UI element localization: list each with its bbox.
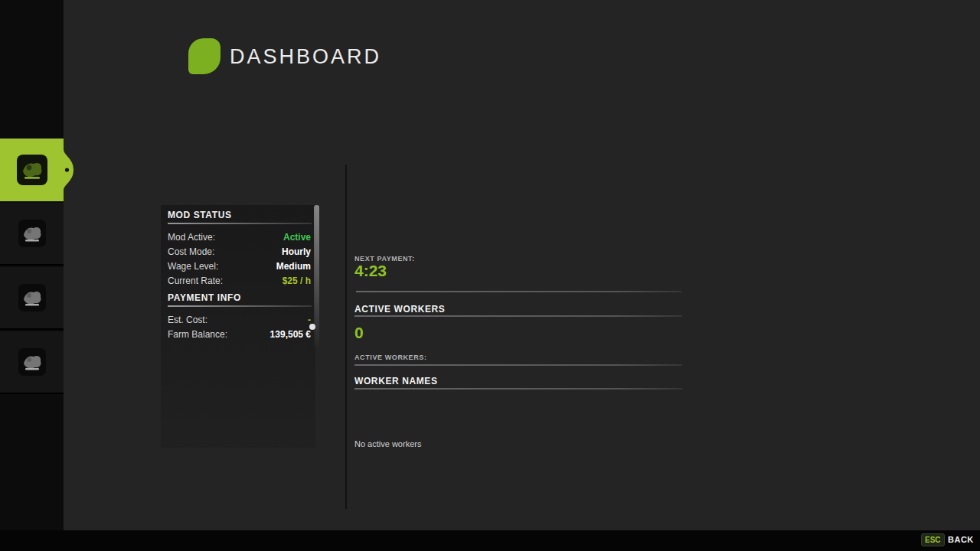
- row-label: Cost Mode:: [168, 246, 214, 257]
- no-workers-message: No active workers: [354, 439, 421, 448]
- mod-thumbnail-icon: [18, 348, 46, 376]
- active-workers-count: 0: [354, 324, 364, 342]
- row-cost-mode: Cost Mode: Hourly: [168, 244, 311, 259]
- row-label: Est. Cost:: [168, 315, 207, 325]
- divider-line: [354, 364, 682, 366]
- next-payment-timer: 4:23: [354, 262, 387, 280]
- row-value: Medium: [276, 261, 311, 272]
- divider-line: [354, 315, 682, 317]
- mod-logo: [188, 38, 220, 74]
- mod-thumbnail-icon: [18, 220, 46, 247]
- row-est-cost: Est. Cost: -: [168, 312, 311, 327]
- row-label: Wage Level:: [168, 261, 218, 272]
- row-value: Active: [283, 232, 311, 243]
- row-wage-level: Wage Level: Medium: [168, 259, 311, 273]
- mod-thumbnail-icon-active: [17, 155, 47, 185]
- sidebar: [0, 0, 64, 530]
- row-label: Current Rate:: [168, 276, 223, 286]
- mod-status-title: MOD STATUS: [168, 210, 312, 220]
- row-label: Farm Balance:: [168, 329, 227, 340]
- back-button-label[interactable]: BACK: [948, 535, 974, 544]
- row-farm-balance: Farm Balance: 139,505 €: [168, 327, 311, 341]
- row-current-rate: Current Rate: $25 / h: [168, 273, 311, 288]
- sidebar-item-2[interactable]: [0, 203, 64, 266]
- dashboard-screen: DASHBOARD MOD STATUS Mod Active: Active …: [0, 0, 980, 551]
- sidebar-item-4[interactable]: [0, 331, 64, 394]
- mod-status-underline: [168, 223, 312, 224]
- sidebar-item-dashboard-active[interactable]: [0, 139, 74, 201]
- panel-divider: [345, 165, 347, 509]
- divider-line: [356, 291, 681, 292]
- active-workers-sublabel: ACTIVE WORKERS:: [354, 354, 427, 361]
- worker-names-title: WORKER NAMES: [354, 376, 438, 386]
- row-label: Mod Active:: [168, 232, 215, 243]
- payment-info-title: PAYMENT INFO: [168, 292, 312, 303]
- row-value: $25 / h: [283, 276, 311, 286]
- mod-thumbnail-icon: [18, 284, 46, 311]
- payment-info-underline: [168, 305, 312, 307]
- footer-bar: ESC BACK: [0, 530, 980, 551]
- active-workers-title: ACTIVE WORKERS: [354, 304, 445, 315]
- row-mod-active: Mod Active: Active: [168, 230, 311, 244]
- esc-key-badge[interactable]: ESC: [921, 533, 945, 546]
- divider-line: [354, 388, 682, 390]
- row-value: -: [308, 315, 311, 325]
- row-value: 139,505 €: [270, 329, 311, 340]
- page-title: DASHBOARD: [230, 45, 381, 69]
- row-value: Hourly: [282, 246, 311, 257]
- sidebar-item-3[interactable]: [0, 267, 64, 330]
